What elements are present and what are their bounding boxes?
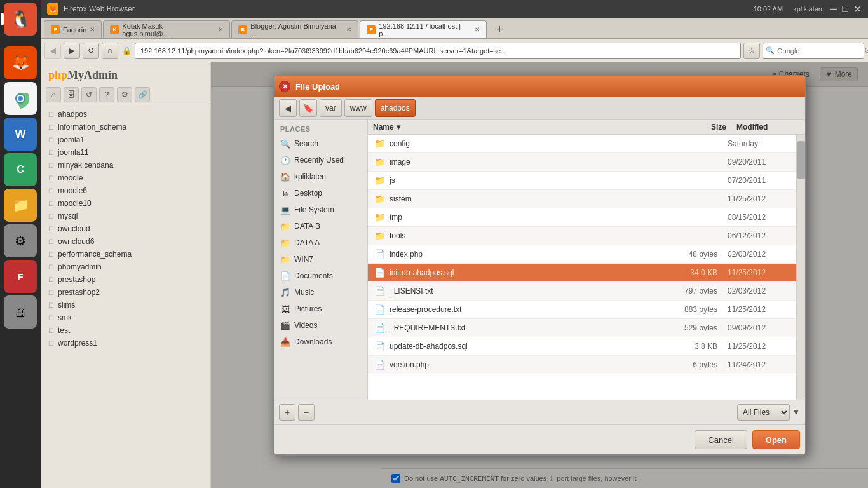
tab-close-blogger[interactable]: ✕ (346, 26, 351, 33)
files-scrollbar[interactable] (796, 135, 805, 400)
places-item-downloads[interactable]: 📥 Downloads (274, 334, 367, 350)
sidebar-item-wordpress1[interactable]: wordpress1 (41, 337, 210, 349)
sidebar-item-prestashop[interactable]: prestashop (41, 273, 210, 286)
taskbar-ftp[interactable]: F (4, 260, 37, 293)
sidebar-item-slims[interactable]: slims (41, 299, 210, 311)
sidebar-item-prestashop2[interactable]: prestashop2 (41, 286, 210, 299)
bookmark-button[interactable]: ☆ (743, 43, 760, 59)
sidebar-item-moodle[interactable]: moodle (41, 172, 210, 184)
tab-phpmyadmin[interactable]: P 192.168.12.11 / localhost | p... ✕ (360, 20, 487, 38)
file-item-lisensi[interactable]: 📄 _LISENSI.txt 797 bytes 02/03/2012 (368, 282, 796, 301)
sidebar-db-icon[interactable]: 🗄 (64, 87, 79, 102)
file-item-config[interactable]: 📁 config Saturday (368, 135, 796, 153)
file-type-dropdown[interactable]: All Files SQL Files (737, 404, 790, 421)
taskbar-ubuntu[interactable]: 🐧 (4, 3, 37, 36)
file-item-version-php[interactable]: 📄 version.php 6 bytes 11/24/2012 (368, 356, 796, 374)
places-item-music[interactable]: 🎵 Music (274, 284, 367, 301)
tab-label-faqorin: Faqorin (63, 26, 86, 34)
sidebar-item-information-schema[interactable]: information_schema (41, 121, 210, 133)
taskbar-files[interactable]: 📁 (4, 189, 37, 222)
taskbar-writer[interactable]: W (4, 118, 37, 151)
sidebar-item-joomla11[interactable]: joomla11 (41, 146, 210, 159)
forward-button[interactable]: ▶ (64, 43, 80, 59)
dialog-back-button[interactable]: ◀ (279, 99, 297, 117)
column-name-header[interactable]: Name ▾ (373, 123, 673, 132)
taskbar-printer[interactable]: 🖨 (4, 295, 37, 329)
add-folder-button[interactable]: + (279, 404, 295, 421)
places-item-filesystem[interactable]: 💻 File System (274, 201, 367, 218)
browser-search-input[interactable] (777, 47, 865, 55)
tab-close-kotak[interactable]: ✕ (218, 26, 223, 33)
places-item-videos[interactable]: 🎬 Videos (274, 317, 367, 334)
logo-myadmin: MyAdmin (67, 69, 118, 81)
reload-button[interactable]: ↺ (83, 43, 99, 59)
taskbar-chrome[interactable] (4, 82, 37, 115)
sidebar-item-mysql[interactable]: mysql (41, 210, 210, 222)
sidebar-home-icon[interactable]: ⌂ (46, 87, 61, 102)
tab-kotak[interactable]: K Kotak Masuk - agus.bimul@... ✕ (103, 20, 230, 38)
folder-icon: 📁 (373, 211, 386, 224)
window-close[interactable]: ✕ (853, 3, 862, 15)
breadcrumb-ahadpos[interactable]: ahadpos (375, 99, 416, 117)
sidebar-item-joomla1[interactable]: joomla1 (41, 133, 210, 146)
sidebar-item-smk[interactable]: smk (41, 311, 210, 324)
sidebar-item-minyak-cendana[interactable]: minyak cendana (41, 159, 210, 172)
sidebar-item-owncloud[interactable]: owncloud (41, 222, 210, 235)
sidebar-item-ahadpos[interactable]: ahadpos (41, 108, 210, 121)
places-item-desktop[interactable]: 🖥 Desktop (274, 185, 367, 201)
sidebar-item-test[interactable]: test (41, 324, 210, 337)
back-button[interactable]: ◀ (44, 43, 61, 59)
places-item-documents[interactable]: 📄 Documents (274, 268, 367, 284)
file-item-js[interactable]: 📁 js 07/20/2011 (368, 172, 796, 190)
places-item-pictures[interactable]: 🖼 Pictures (274, 301, 367, 317)
scrollbar-thumb[interactable] (797, 141, 805, 179)
open-button[interactable]: Open (752, 430, 800, 449)
sidebar-item-owncloud6[interactable]: owncloud6 (41, 235, 210, 248)
sidebar-settings-icon[interactable]: ⚙ (117, 87, 132, 102)
cancel-button[interactable]: Cancel (695, 430, 747, 449)
file-item-requirements[interactable]: 📄 _REQUIREMENTS.txt 529 bytes 09/09/2012 (368, 319, 796, 337)
home-button[interactable]: ⌂ (102, 43, 118, 59)
file-item-update-db[interactable]: 📄 update-db-ahadpos.sql 3.8 KB 11/25/201… (368, 337, 796, 356)
breadcrumb-www[interactable]: www (344, 99, 372, 117)
search-engine-icon: G (865, 47, 868, 54)
tab-close-phpmyadmin[interactable]: ✕ (475, 26, 480, 33)
tab-blogger[interactable]: B Blogger: Agustin Bimulyana ... ✕ (231, 20, 358, 38)
dialog-close-button[interactable]: ✕ (279, 81, 290, 92)
taskbar-firefox[interactable]: 🦊 (4, 46, 37, 79)
sidebar-refresh-icon[interactable]: ↺ (81, 87, 97, 102)
sql-file-icon: 📄 (373, 340, 386, 353)
sidebar-item-moodle10[interactable]: moodle10 (41, 197, 210, 210)
places-item-data-b[interactable]: 📁 DATA B (274, 218, 367, 234)
places-item-search[interactable]: 🔍 Search (274, 135, 367, 152)
places-item-recently-used[interactable]: 🕐 Recently Used (274, 152, 367, 168)
places-item-kpliklaten[interactable]: 🏠 kpliklaten (274, 168, 367, 185)
window-minimize[interactable]: ─ (830, 3, 837, 15)
taskbar-calc[interactable]: C (4, 153, 37, 186)
column-size-header[interactable]: Size (673, 123, 736, 132)
file-item-tmp[interactable]: 📁 tmp 08/15/2012 (368, 208, 796, 227)
breadcrumb-var[interactable]: var (320, 99, 342, 117)
taskbar-settings[interactable]: ⚙ (4, 224, 37, 257)
sidebar-link-icon[interactable]: 🔗 (135, 87, 150, 102)
file-item-init-db[interactable]: 📄 init-db-ahadpos.sql 34.0 KB 11/25/2012 (368, 264, 796, 282)
file-item-index-php[interactable]: 📄 index.php 48 bytes 02/03/2012 (368, 245, 796, 264)
sidebar-item-phpmyadmin[interactable]: phpmyadmin (41, 261, 210, 273)
new-tab-button[interactable]: + (491, 20, 508, 38)
tab-faqorin[interactable]: F Faqorin ✕ (44, 20, 102, 38)
dialog-bookmark-button[interactable]: 🔖 (299, 99, 317, 117)
url-bar[interactable] (135, 43, 741, 59)
tab-close-faqorin[interactable]: ✕ (90, 26, 95, 33)
sidebar-help-icon[interactable]: ? (99, 87, 114, 102)
file-item-image[interactable]: 📁 image 09/20/2011 (368, 153, 796, 172)
sidebar-item-performance-schema[interactable]: performance_schema (41, 248, 210, 261)
places-item-data-a[interactable]: 📁 DATA A (274, 234, 367, 251)
places-item-win7[interactable]: 📁 WIN7 (274, 251, 367, 268)
sidebar-item-moodle6[interactable]: moodle6 (41, 184, 210, 197)
column-modified-header[interactable]: Modified (736, 123, 800, 132)
remove-folder-button[interactable]: − (298, 404, 315, 421)
file-item-tools[interactable]: 📁 tools 06/12/2012 (368, 227, 796, 245)
file-item-release[interactable]: 📄 release-procedure.txt 883 bytes 11/25/… (368, 301, 796, 319)
window-maximize[interactable]: □ (842, 3, 848, 15)
file-item-sistem[interactable]: 📁 sistem 11/25/2012 (368, 190, 796, 208)
